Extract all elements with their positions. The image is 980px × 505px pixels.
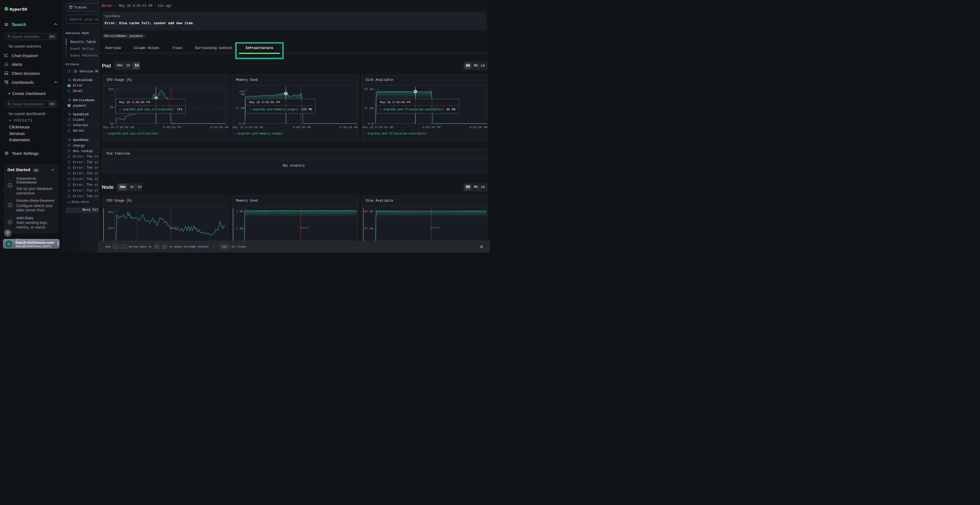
svg-text:93 GB: 93 GB: [364, 87, 373, 91]
svg-text:16%: 16%: [108, 87, 113, 91]
svg-text:May 26 8:30:00 AM: May 26 8:30:00 AM: [233, 126, 263, 129]
svg-text:0 B: 0 B: [368, 122, 373, 125]
svg-text:Event: Event: [171, 226, 180, 229]
svg-text:8%: 8%: [110, 106, 113, 109]
svg-text:May 26 8:30:00 AM: May 26 8:30:00 AM: [103, 126, 134, 129]
svg-text:9:00:00 PM: 9:00:00 PM: [163, 126, 181, 129]
svg-text:0 B: 0 B: [239, 122, 245, 125]
svg-text:16%: 16%: [108, 227, 113, 230]
svg-text:67 MB: 67 MB: [235, 106, 245, 110]
svg-text:1 GB: 1 GB: [236, 227, 243, 230]
svg-text:8:30:00 AM: 8:30:00 AM: [340, 126, 358, 129]
svg-text:3 GB: 3 GB: [236, 210, 243, 213]
svg-text:8:30:00 AM: 8:30:00 AM: [469, 126, 487, 129]
svg-text:93 GB: 93 GB: [364, 210, 373, 213]
svg-text:134: 134: [239, 90, 245, 93]
svg-text:0%: 0%: [110, 122, 113, 125]
svg-text:9:00:00 PM: 9:00:00 PM: [422, 126, 440, 129]
svg-text:32%: 32%: [108, 211, 113, 214]
svg-text:Event: Event: [431, 226, 440, 229]
svg-text:47 GB: 47 GB: [364, 106, 373, 110]
svg-text:8:30:00 AM: 8:30:00 AM: [210, 126, 228, 129]
svg-text:47 GB: 47 GB: [364, 227, 373, 230]
svg-text:9:00:00 PM: 9:00:00 PM: [293, 126, 310, 129]
svg-text:Event: Event: [301, 226, 310, 229]
svg-text:MB: MB: [241, 93, 245, 96]
svg-text:May 26 8:30:00 AM: May 26 8:30:00 AM: [362, 126, 393, 129]
